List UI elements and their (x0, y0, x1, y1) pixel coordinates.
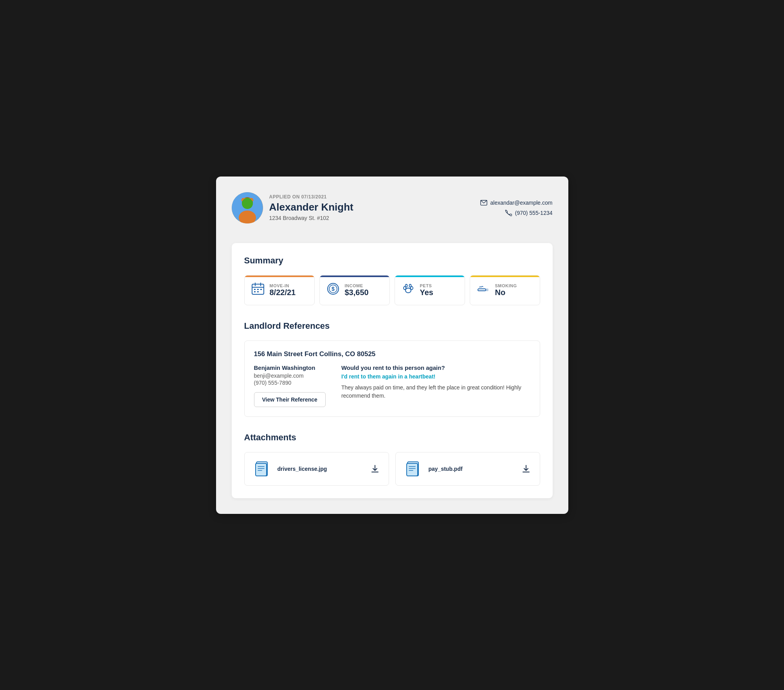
summary-section: Summary (244, 256, 540, 305)
page-wrapper: APPLIED ON 07/13/2021 Alexander Knight 1… (216, 177, 568, 514)
file-icon-1 (254, 460, 271, 477)
review-comment: They always paid on time, and they left … (341, 384, 530, 400)
email-contact: alexandar@example.com (480, 199, 553, 206)
attachment-drivers-license[interactable]: drivers_license.jpg (244, 452, 389, 486)
svg-rect-24 (478, 289, 486, 291)
avatar (232, 192, 263, 223)
no-smoking-icon (476, 282, 490, 299)
view-reference-button[interactable]: View Their Reference (254, 392, 326, 407)
phone-icon (505, 209, 512, 216)
svg-point-19 (406, 288, 411, 293)
pets-label: PETS (420, 283, 433, 288)
email-value: alexandar@example.com (490, 200, 553, 206)
header-right: alexandar@example.com (970) 555-1234 (480, 199, 553, 216)
svg-rect-13 (260, 289, 262, 290)
svg-rect-34 (407, 463, 418, 476)
svg-point-3 (243, 198, 252, 207)
header: APPLIED ON 07/13/2021 Alexander Knight 1… (232, 192, 553, 231)
reference-contact-name: Benjamin Washington (254, 364, 326, 371)
applicant-name: Alexander Knight (269, 201, 353, 213)
applicant-address: 1234 Broadway St. #102 (269, 215, 353, 221)
reference-contact-email: benji@example.com (254, 373, 326, 379)
income-label: INCOME (345, 283, 369, 288)
svg-point-23 (409, 284, 411, 287)
summary-card-pets: PETS Yes (395, 275, 465, 305)
attachments-section: Attachments drivers_license.jpg (244, 432, 540, 486)
svg-point-22 (405, 284, 407, 287)
summary-title: Summary (244, 256, 540, 266)
summary-card-move-in: MOVE-IN 8/22/21 (244, 275, 315, 305)
smoking-info: SMOKING No (495, 283, 517, 297)
reference-card: 156 Main Street Fort Collins, CO 80525 B… (244, 340, 540, 417)
calendar-icon (251, 282, 265, 299)
download-icon-1 (371, 465, 379, 473)
attachment-pay-stub[interactable]: pay_stub.pdf (395, 452, 540, 486)
reference-body: Benjamin Washington benji@example.com (9… (254, 364, 530, 407)
references-section: Landlord References 156 Main Street Fort… (244, 321, 540, 417)
pets-value: Yes (420, 288, 433, 297)
move-in-label: MOVE-IN (270, 283, 296, 288)
attachment-name-2: pay_stub.pdf (429, 466, 515, 472)
svg-rect-14 (254, 291, 256, 292)
income-value: $3,650 (345, 288, 369, 297)
main-card: Summary (232, 243, 553, 498)
svg-rect-15 (257, 291, 259, 292)
attachments-grid: drivers_license.jpg pay (244, 452, 540, 486)
svg-rect-27 (256, 463, 267, 476)
svg-rect-11 (254, 289, 256, 290)
move-in-value: 8/22/21 (270, 288, 296, 297)
download-icon-2 (522, 465, 530, 473)
reference-contact: Benjamin Washington benji@example.com (9… (254, 364, 326, 407)
svg-rect-5 (242, 198, 253, 201)
summary-cards: MOVE-IN 8/22/21 $ INCOME $3,650 (244, 275, 540, 305)
svg-rect-12 (257, 289, 259, 290)
email-icon (480, 199, 487, 206)
attachments-title: Attachments (244, 432, 540, 443)
smoking-label: SMOKING (495, 283, 517, 288)
applied-label: APPLIED ON 07/13/2021 (269, 194, 353, 200)
reference-contact-phone: (970) 555-7890 (254, 380, 326, 386)
move-in-info: MOVE-IN 8/22/21 (270, 283, 296, 297)
paw-icon (401, 282, 415, 299)
dollar-icon: $ (326, 282, 340, 299)
pets-info: PETS Yes (420, 283, 433, 297)
summary-card-smoking: SMOKING No (470, 275, 540, 305)
header-info: APPLIED ON 07/13/2021 Alexander Knight 1… (269, 194, 353, 221)
svg-rect-25 (486, 289, 488, 291)
phone-value: (970) 555-1234 (515, 210, 553, 216)
reference-review: Would you rent to this person again? I'd… (341, 364, 530, 407)
header-left: APPLIED ON 07/13/2021 Alexander Knight 1… (232, 192, 353, 223)
smoking-value: No (495, 288, 517, 297)
svg-text:$: $ (332, 286, 335, 292)
reference-address: 156 Main Street Fort Collins, CO 80525 (254, 350, 530, 358)
review-question: Would you rent to this person again? (341, 364, 530, 371)
phone-contact: (970) 555-1234 (505, 209, 553, 216)
income-info: INCOME $3,650 (345, 283, 369, 297)
avatar-image (232, 192, 263, 223)
summary-card-income: $ INCOME $3,650 (319, 275, 390, 305)
file-icon-2 (405, 460, 422, 477)
attachment-name-1: drivers_license.jpg (278, 466, 364, 472)
references-title: Landlord References (244, 321, 540, 331)
review-answer: I'd rent to them again in a heartbeat! (341, 373, 530, 380)
